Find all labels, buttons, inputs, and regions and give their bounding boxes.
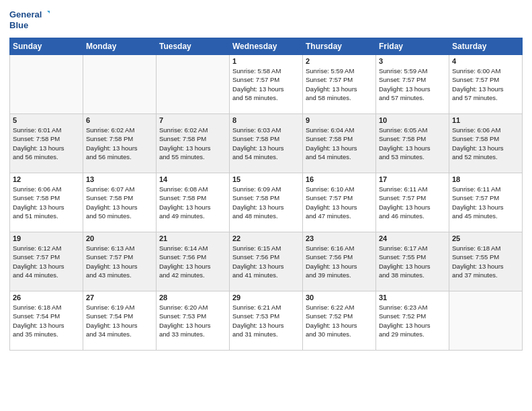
- day-details: Sunrise: 5:59 AM Sunset: 7:57 PM Dayligh…: [379, 66, 446, 102]
- day-number: 27: [86, 293, 153, 302]
- day-details: Sunrise: 6:15 AM Sunset: 7:56 PM Dayligh…: [232, 244, 300, 279]
- day-details: Sunrise: 5:59 AM Sunset: 7:57 PM Dayligh…: [306, 66, 373, 102]
- calendar-cell: [10, 55, 83, 114]
- day-number: 5: [13, 116, 80, 124]
- day-number: 16: [306, 175, 373, 183]
- day-details: Sunrise: 6:06 AM Sunset: 7:58 PM Dayligh…: [452, 126, 519, 161]
- day-number: 1: [232, 57, 300, 65]
- day-details: Sunrise: 6:09 AM Sunset: 7:58 PM Dayligh…: [232, 185, 300, 220]
- day-number: 11: [452, 116, 519, 124]
- day-details: Sunrise: 6:20 AM Sunset: 7:53 PM Dayligh…: [159, 303, 226, 338]
- calendar-cell: 1Sunrise: 5:58 AM Sunset: 7:57 PM Daylig…: [230, 55, 303, 114]
- days-of-week-row: SundayMondayTuesdayWednesdayThursdayFrid…: [10, 38, 523, 55]
- calendar-cell: 15Sunrise: 6:09 AM Sunset: 7:58 PM Dayli…: [230, 173, 303, 232]
- calendar-cell: [449, 291, 523, 351]
- day-number: 21: [159, 234, 226, 242]
- day-details: Sunrise: 6:18 AM Sunset: 7:55 PM Dayligh…: [452, 244, 519, 279]
- day-details: Sunrise: 6:18 AM Sunset: 7:54 PM Dayligh…: [13, 303, 80, 338]
- day-details: Sunrise: 6:11 AM Sunset: 7:57 PM Dayligh…: [379, 185, 446, 220]
- calendar-cell: 13Sunrise: 6:07 AM Sunset: 7:58 PM Dayli…: [83, 173, 157, 232]
- day-number: 3: [379, 57, 446, 65]
- day-number: 12: [13, 175, 80, 183]
- day-details: Sunrise: 6:01 AM Sunset: 7:58 PM Dayligh…: [13, 126, 80, 161]
- calendar-cell: 14Sunrise: 6:08 AM Sunset: 7:58 PM Dayli…: [157, 173, 230, 232]
- calendar-cell: 21Sunrise: 6:14 AM Sunset: 7:56 PM Dayli…: [157, 232, 230, 291]
- week-row-4: 19Sunrise: 6:12 AM Sunset: 7:57 PM Dayli…: [10, 232, 523, 291]
- day-number: 19: [13, 234, 80, 242]
- calendar-cell: 8Sunrise: 6:03 AM Sunset: 7:58 PM Daylig…: [230, 114, 303, 173]
- day-number: 25: [452, 234, 519, 242]
- calendar-cell: 31Sunrise: 6:23 AM Sunset: 7:52 PM Dayli…: [376, 291, 449, 351]
- logo: General Blue: [9, 7, 50, 34]
- calendar-cell: 5Sunrise: 6:01 AM Sunset: 7:58 PM Daylig…: [10, 114, 83, 173]
- day-details: Sunrise: 6:17 AM Sunset: 7:55 PM Dayligh…: [379, 244, 446, 279]
- calendar-body: 1Sunrise: 5:58 AM Sunset: 7:57 PM Daylig…: [10, 55, 523, 351]
- day-number: 17: [379, 175, 446, 183]
- day-details: Sunrise: 6:00 AM Sunset: 7:57 PM Dayligh…: [452, 66, 519, 102]
- day-details: Sunrise: 6:21 AM Sunset: 7:53 PM Dayligh…: [232, 303, 300, 338]
- page-header: General Blue: [9, 7, 523, 34]
- calendar-cell: 24Sunrise: 6:17 AM Sunset: 7:55 PM Dayli…: [376, 232, 449, 291]
- calendar-header: SundayMondayTuesdayWednesdayThursdayFrid…: [10, 38, 523, 55]
- day-number: 18: [452, 175, 519, 183]
- day-number: 10: [379, 116, 446, 124]
- calendar-cell: 27Sunrise: 6:19 AM Sunset: 7:54 PM Dayli…: [83, 291, 157, 351]
- day-header-tuesday: Tuesday: [157, 38, 230, 55]
- calendar-cell: 10Sunrise: 6:05 AM Sunset: 7:58 PM Dayli…: [376, 114, 449, 173]
- calendar-table: SundayMondayTuesdayWednesdayThursdayFrid…: [9, 38, 523, 351]
- calendar-cell: 25Sunrise: 6:18 AM Sunset: 7:55 PM Dayli…: [449, 232, 523, 291]
- day-header-friday: Friday: [376, 38, 449, 55]
- calendar-cell: 7Sunrise: 6:02 AM Sunset: 7:58 PM Daylig…: [157, 114, 230, 173]
- svg-marker-2: [47, 11, 50, 16]
- week-row-5: 26Sunrise: 6:18 AM Sunset: 7:54 PM Dayli…: [10, 291, 523, 351]
- day-details: Sunrise: 6:03 AM Sunset: 7:58 PM Dayligh…: [232, 126, 300, 161]
- day-details: Sunrise: 6:23 AM Sunset: 7:52 PM Dayligh…: [379, 303, 446, 338]
- day-details: Sunrise: 6:14 AM Sunset: 7:56 PM Dayligh…: [159, 244, 226, 279]
- day-details: Sunrise: 6:04 AM Sunset: 7:58 PM Dayligh…: [306, 126, 373, 161]
- day-number: 15: [232, 175, 300, 183]
- day-details: Sunrise: 6:16 AM Sunset: 7:56 PM Dayligh…: [306, 244, 373, 279]
- day-number: 9: [306, 116, 373, 124]
- calendar-cell: 6Sunrise: 6:02 AM Sunset: 7:58 PM Daylig…: [83, 114, 157, 173]
- calendar-cell: 3Sunrise: 5:59 AM Sunset: 7:57 PM Daylig…: [376, 55, 449, 114]
- day-number: 31: [379, 293, 446, 302]
- calendar-cell: 11Sunrise: 6:06 AM Sunset: 7:58 PM Dayli…: [449, 114, 523, 173]
- svg-text:General: General: [9, 9, 42, 19]
- calendar-cell: 9Sunrise: 6:04 AM Sunset: 7:58 PM Daylig…: [303, 114, 376, 173]
- day-details: Sunrise: 6:07 AM Sunset: 7:58 PM Dayligh…: [86, 185, 153, 220]
- day-details: Sunrise: 6:12 AM Sunset: 7:57 PM Dayligh…: [13, 244, 80, 279]
- day-number: 20: [86, 234, 153, 242]
- calendar-cell: 2Sunrise: 5:59 AM Sunset: 7:57 PM Daylig…: [303, 55, 376, 114]
- day-details: Sunrise: 6:05 AM Sunset: 7:58 PM Dayligh…: [379, 126, 446, 161]
- day-number: 6: [86, 116, 153, 124]
- logo-svg: General Blue: [9, 7, 50, 34]
- day-details: Sunrise: 6:19 AM Sunset: 7:54 PM Dayligh…: [86, 303, 153, 338]
- day-details: Sunrise: 6:02 AM Sunset: 7:58 PM Dayligh…: [86, 126, 153, 161]
- week-row-3: 12Sunrise: 6:06 AM Sunset: 7:58 PM Dayli…: [10, 173, 523, 232]
- calendar-cell: 19Sunrise: 6:12 AM Sunset: 7:57 PM Dayli…: [10, 232, 83, 291]
- calendar-cell: [157, 55, 230, 114]
- calendar-cell: 4Sunrise: 6:00 AM Sunset: 7:57 PM Daylig…: [449, 55, 523, 114]
- day-number: 8: [232, 116, 300, 124]
- day-details: Sunrise: 6:13 AM Sunset: 7:57 PM Dayligh…: [86, 244, 153, 279]
- day-number: 13: [86, 175, 153, 183]
- calendar-cell: [83, 55, 157, 114]
- day-number: 24: [379, 234, 446, 242]
- calendar-cell: 16Sunrise: 6:10 AM Sunset: 7:57 PM Dayli…: [303, 173, 376, 232]
- calendar-cell: 23Sunrise: 6:16 AM Sunset: 7:56 PM Dayli…: [303, 232, 376, 291]
- calendar-cell: 30Sunrise: 6:22 AM Sunset: 7:52 PM Dayli…: [303, 291, 376, 351]
- day-details: Sunrise: 6:22 AM Sunset: 7:52 PM Dayligh…: [306, 303, 373, 338]
- day-header-wednesday: Wednesday: [230, 38, 303, 55]
- calendar-cell: 17Sunrise: 6:11 AM Sunset: 7:57 PM Dayli…: [376, 173, 449, 232]
- day-number: 30: [306, 293, 373, 302]
- calendar-cell: 26Sunrise: 6:18 AM Sunset: 7:54 PM Dayli…: [10, 291, 83, 351]
- day-number: 14: [159, 175, 226, 183]
- calendar-cell: 12Sunrise: 6:06 AM Sunset: 7:58 PM Dayli…: [10, 173, 83, 232]
- svg-text:Blue: Blue: [9, 20, 28, 30]
- calendar-cell: 22Sunrise: 6:15 AM Sunset: 7:56 PM Dayli…: [230, 232, 303, 291]
- day-header-saturday: Saturday: [449, 38, 523, 55]
- week-row-1: 1Sunrise: 5:58 AM Sunset: 7:57 PM Daylig…: [10, 55, 523, 114]
- day-number: 26: [13, 293, 80, 302]
- day-header-thursday: Thursday: [303, 38, 376, 55]
- day-details: Sunrise: 6:08 AM Sunset: 7:58 PM Dayligh…: [159, 185, 226, 220]
